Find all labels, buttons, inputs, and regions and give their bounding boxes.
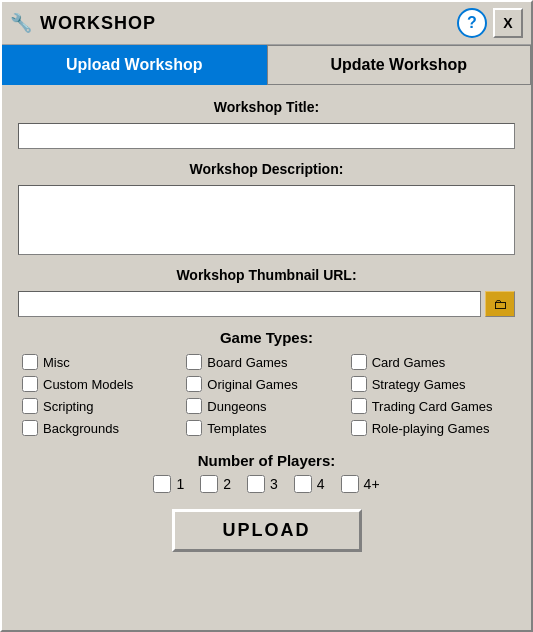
game-type-label-trading-card-games: Trading Card Games xyxy=(372,399,493,414)
game-type-item-trading-card-games: Trading Card Games xyxy=(351,398,511,414)
player-checkbox-p4[interactable] xyxy=(294,475,312,493)
game-type-label-misc: Misc xyxy=(43,355,70,370)
workshop-icon: 🔧 xyxy=(10,12,32,34)
game-type-item-strategy-games: Strategy Games xyxy=(351,376,511,392)
game-type-checkbox-custom-models[interactable] xyxy=(22,376,38,392)
game-type-item-dungeons: Dungeons xyxy=(186,398,346,414)
player-item-p4: 4 xyxy=(294,475,325,493)
folder-button[interactable]: 🗀 xyxy=(485,291,515,317)
help-button[interactable]: ? xyxy=(457,8,487,38)
game-type-item-scripting: Scripting xyxy=(22,398,182,414)
game-type-checkbox-role-playing-games[interactable] xyxy=(351,420,367,436)
game-type-label-scripting: Scripting xyxy=(43,399,94,414)
game-type-checkbox-misc[interactable] xyxy=(22,354,38,370)
workshop-description-input[interactable] xyxy=(18,185,515,255)
players-label: Number of Players: xyxy=(198,452,336,469)
player-checkbox-p3[interactable] xyxy=(247,475,265,493)
game-type-checkbox-backgrounds[interactable] xyxy=(22,420,38,436)
player-checkbox-p2[interactable] xyxy=(200,475,218,493)
game-type-checkbox-original-games[interactable] xyxy=(186,376,202,392)
title-bar: 🔧 WORKSHOP ? X xyxy=(2,2,531,45)
game-types-label: Game Types: xyxy=(18,329,515,346)
game-type-label-custom-models: Custom Models xyxy=(43,377,133,392)
player-label-p1: 1 xyxy=(176,476,184,492)
game-type-item-misc: Misc xyxy=(22,354,182,370)
game-type-label-strategy-games: Strategy Games xyxy=(372,377,466,392)
game-type-checkbox-card-games[interactable] xyxy=(351,354,367,370)
game-type-label-original-games: Original Games xyxy=(207,377,297,392)
players-section: Number of Players: 12344+ xyxy=(18,448,515,493)
game-type-item-card-games: Card Games xyxy=(351,354,511,370)
upload-btn-row: UPLOAD xyxy=(18,509,515,552)
title-buttons: ? X xyxy=(457,8,523,38)
workshop-title-input[interactable] xyxy=(18,123,515,149)
game-type-item-role-playing-games: Role-playing Games xyxy=(351,420,511,436)
player-label-p3: 3 xyxy=(270,476,278,492)
game-type-item-custom-models: Custom Models xyxy=(22,376,182,392)
player-item-p2: 2 xyxy=(200,475,231,493)
game-type-checkbox-strategy-games[interactable] xyxy=(351,376,367,392)
game-type-checkbox-board-games[interactable] xyxy=(186,354,202,370)
player-item-p4plus: 4+ xyxy=(341,475,380,493)
game-type-item-templates: Templates xyxy=(186,420,346,436)
game-type-item-board-games: Board Games xyxy=(186,354,346,370)
game-type-checkbox-trading-card-games[interactable] xyxy=(351,398,367,414)
tab-bar: Upload Workshop Update Workshop xyxy=(2,45,531,85)
content-area: Workshop Title: Workshop Description: Wo… xyxy=(2,85,531,630)
game-type-label-backgrounds: Backgrounds xyxy=(43,421,119,436)
game-type-label-role-playing-games: Role-playing Games xyxy=(372,421,490,436)
description-label: Workshop Description: xyxy=(18,161,515,177)
game-type-label-dungeons: Dungeons xyxy=(207,399,266,414)
title-label: Workshop Title: xyxy=(18,99,515,115)
game-type-checkbox-dungeons[interactable] xyxy=(186,398,202,414)
thumbnail-url-input[interactable] xyxy=(18,291,481,317)
game-type-item-backgrounds: Backgrounds xyxy=(22,420,182,436)
player-item-p1: 1 xyxy=(153,475,184,493)
close-button[interactable]: X xyxy=(493,8,523,38)
player-label-p2: 2 xyxy=(223,476,231,492)
thumbnail-row: 🗀 xyxy=(18,291,515,317)
game-type-label-card-games: Card Games xyxy=(372,355,446,370)
game-type-checkbox-templates[interactable] xyxy=(186,420,202,436)
tab-update[interactable]: Update Workshop xyxy=(267,45,532,85)
game-type-label-board-games: Board Games xyxy=(207,355,287,370)
game-types-grid: MiscBoard GamesCard GamesCustom ModelsOr… xyxy=(18,354,515,436)
thumbnail-label: Workshop Thumbnail URL: xyxy=(18,267,515,283)
player-label-p4plus: 4+ xyxy=(364,476,380,492)
game-type-item-original-games: Original Games xyxy=(186,376,346,392)
game-type-label-templates: Templates xyxy=(207,421,266,436)
players-row: 12344+ xyxy=(153,475,379,493)
folder-icon: 🗀 xyxy=(493,296,507,312)
player-label-p4: 4 xyxy=(317,476,325,492)
player-checkbox-p1[interactable] xyxy=(153,475,171,493)
player-item-p3: 3 xyxy=(247,475,278,493)
workshop-window: 🔧 WORKSHOP ? X Upload Workshop Update Wo… xyxy=(0,0,533,632)
window-title: WORKSHOP xyxy=(40,13,449,34)
game-type-checkbox-scripting[interactable] xyxy=(22,398,38,414)
tab-upload[interactable]: Upload Workshop xyxy=(2,45,267,85)
upload-button[interactable]: UPLOAD xyxy=(172,509,362,552)
player-checkbox-p4plus[interactable] xyxy=(341,475,359,493)
